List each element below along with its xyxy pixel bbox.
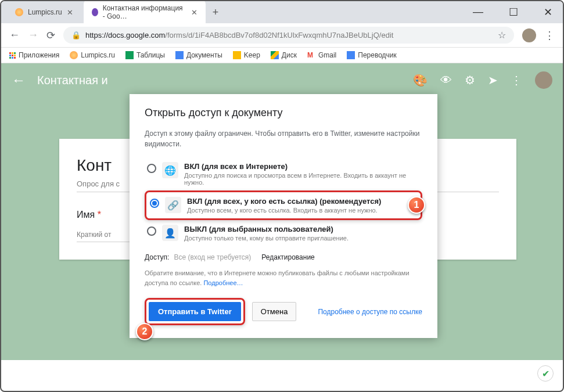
cancel-button[interactable]: Отмена (252, 302, 297, 321)
url-host: https://docs.google.com/forms/d/1iF4AB8b… (85, 31, 393, 39)
bookmark-gmail[interactable]: MGmail (307, 51, 336, 59)
bookmark-drive[interactable]: Диск (271, 51, 297, 59)
send-to-twitter-button[interactable]: Отправить в Twitter (149, 302, 241, 321)
learn-more-link[interactable]: Подробнее… (203, 279, 243, 286)
more-menu-button[interactable]: ⋮ (511, 73, 522, 87)
user-avatar[interactable] (535, 71, 552, 89)
back-arrow-icon[interactable]: ← (12, 72, 26, 88)
bookmark-sheets[interactable]: Таблицы (125, 51, 165, 59)
access-row: Доступ: Все (вход не требуется) Редактир… (145, 253, 422, 261)
page-title: Контактная и (37, 74, 108, 87)
bookmark-translate[interactable]: Переводчик (347, 51, 397, 59)
option-title: ВЫКЛ (для выбранных пользователей) (184, 225, 420, 233)
bookmark-keep[interactable]: Keep (233, 51, 260, 59)
keep-icon (233, 51, 241, 59)
apps-button[interactable]: Приложения (9, 51, 59, 59)
radio-link[interactable] (150, 199, 159, 208)
favicon-lumpics (15, 8, 23, 16)
sheets-icon (125, 51, 134, 59)
radio-public[interactable] (147, 164, 156, 173)
tab-lumpics[interactable]: Lumpics.ru ✕ (7, 3, 81, 21)
option-title: ВКЛ (для всех в Интернете) (184, 162, 420, 171)
bookmark-docs[interactable]: Документы (175, 51, 222, 59)
share-modal: Открыть доступ к документу Доступ к этом… (130, 94, 437, 338)
bookmark-star-icon[interactable]: ☆ (498, 30, 506, 41)
tab-label: Lumpics.ru (28, 8, 62, 16)
modal-subtitle: Доступ к этому файлу ограничен. Чтобы от… (145, 128, 422, 149)
access-permission[interactable]: Редактирование (261, 253, 314, 261)
tab-label: Контактная информация - Goo… (103, 4, 186, 20)
option-anyone-with-link[interactable]: 🔗 ВКЛ (для всех, у кого есть ссылка) (ре… (145, 190, 422, 220)
profile-avatar[interactable] (522, 28, 536, 42)
link-person-icon: 🔗 (165, 197, 181, 213)
bookmarks-bar: Приложения Lumpics.ru Таблицы Документы … (1, 48, 563, 63)
reload-button[interactable]: ⟳ (46, 29, 55, 42)
close-icon[interactable]: ✕ (191, 8, 197, 17)
settings-button[interactable]: ⚙ (465, 73, 475, 87)
annotation-badge-1: 1 (408, 196, 425, 214)
tab-google-forms[interactable]: Контактная информация - Goo… ✕ (84, 0, 206, 25)
address-bar[interactable]: 🔒 https://docs.google.com/forms/d/1iF4AB… (63, 27, 514, 44)
new-tab-button[interactable]: + (213, 6, 219, 19)
modal-title: Открыть доступ к документу (145, 107, 422, 119)
option-title: ВКЛ (для всех, у кого есть ссылка) (реко… (187, 197, 417, 206)
annotation-badge-2: 2 (136, 323, 153, 340)
close-window-button[interactable]: ✕ (539, 3, 557, 21)
back-button[interactable]: ← (9, 29, 20, 41)
forward-button[interactable]: → (28, 29, 38, 41)
radio-specific[interactable] (147, 226, 156, 236)
bookmark-lumpics[interactable]: Lumpics.ru (70, 51, 115, 59)
maximize-button[interactable]: ☐ (504, 3, 523, 21)
app-header: ← Контактная и 🎨 👁 ⚙ ➤ ⋮ (1, 63, 563, 97)
drive-icon (271, 51, 279, 59)
security-shield-icon[interactable]: ✔ (537, 365, 554, 382)
preview-button[interactable]: 👁 (440, 74, 452, 87)
globe-icon: 🌐 (162, 162, 178, 178)
favicon-lumpics (70, 51, 78, 59)
modal-note: Обратите внимание, что в Интернете можно… (145, 268, 422, 287)
gmail-icon: M (307, 51, 315, 59)
docs-icon (175, 51, 184, 59)
access-value[interactable]: Все (вход не требуется) (174, 253, 251, 261)
lock-icon: 🔒 (71, 31, 81, 39)
primary-button-highlight: Отправить в Twitter (145, 298, 245, 325)
close-icon[interactable]: ✕ (67, 8, 73, 17)
option-public[interactable]: 🌐 ВКЛ (для всех в Интернете) Доступно дл… (145, 157, 422, 190)
more-about-link-access[interactable]: Подробнее о доступе по ссылке (318, 308, 422, 316)
option-desc: Доступно только тем, кому вы отправите п… (184, 235, 420, 242)
option-specific-users[interactable]: 👤 ВЫКЛ (для выбранных пользователей) Дос… (145, 220, 422, 246)
person-icon: 👤 (162, 225, 178, 241)
favicon-forms (92, 8, 98, 16)
palette-button[interactable]: 🎨 (413, 73, 428, 87)
browser-menu-button[interactable]: ⋮ (544, 29, 555, 42)
send-button[interactable]: ➤ (488, 73, 498, 87)
option-desc: Доступно для поиска и просмотра всем в И… (184, 172, 420, 186)
minimize-button[interactable]: — (468, 3, 488, 21)
option-desc: Доступно всем, у кого есть ссылка. Входи… (187, 207, 417, 214)
access-label: Доступ: (145, 253, 169, 261)
translate-icon (347, 51, 355, 59)
